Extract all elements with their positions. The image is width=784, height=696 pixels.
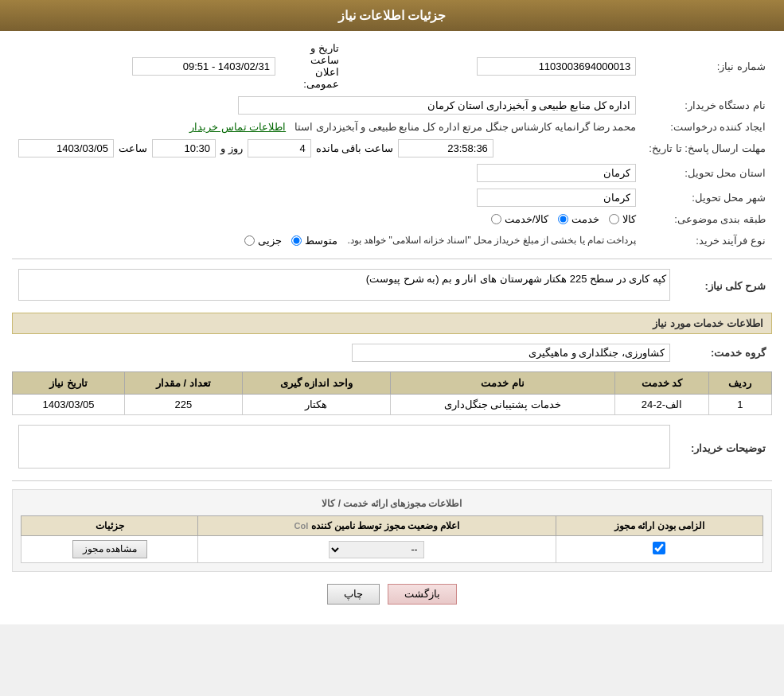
col-nam: نام خدمت bbox=[390, 372, 614, 395]
perm-col-elzami: الزامی بودن ارائه مجوز bbox=[556, 516, 763, 536]
ijad-link[interactable]: اطلاعات تماس خریدار bbox=[189, 121, 286, 133]
perm-row: -- مشاهده مجوز bbox=[21, 536, 763, 563]
tosihaat-textarea[interactable] bbox=[18, 425, 670, 469]
info-table: شماره نیاز: تاریخ و ساعت اعلان عمومی: نا… bbox=[12, 39, 772, 252]
mohlat-saat-input[interactable] bbox=[152, 139, 216, 157]
shomare-value bbox=[345, 39, 642, 93]
shomare-label: شماره نیاز: bbox=[642, 39, 772, 93]
cell-tarikh: 1403/03/05 bbox=[13, 395, 125, 415]
col-label: Col bbox=[294, 521, 309, 531]
shahr-input[interactable] bbox=[477, 189, 636, 207]
farayand-jozi-radio[interactable] bbox=[244, 235, 255, 246]
tarikh-label: تاریخ و ساعت اعلان عمومی: bbox=[282, 39, 345, 93]
saat-label: ساعت bbox=[119, 142, 147, 154]
cell-tedad: 225 bbox=[125, 395, 243, 415]
sharh-value: کپه کاری در سطح 225 هکتار شهرستان های ان… bbox=[12, 266, 677, 306]
dastgah-value bbox=[12, 93, 642, 118]
tabaghe-label: طبقه بندی موضوعی: bbox=[642, 210, 772, 228]
col-tedad: تعداد / مقدار bbox=[125, 372, 243, 395]
permissions-table: الزامی بودن ارائه مجوز اعلام وضعیت مجوز … bbox=[21, 515, 763, 563]
perm-cell-elam: -- bbox=[198, 536, 556, 563]
row-tosihaat: توضیحات خریدار: bbox=[12, 422, 772, 474]
table-header-row: ردیف کد خدمت نام خدمت واحد اندازه گیری ت… bbox=[13, 372, 772, 395]
perm-col-elam: اعلام وضعیت مجوز توسط نامین کننده Col bbox=[198, 516, 556, 536]
row-ijad: ایجاد کننده درخواست: محمد رضا گرانمایه ک… bbox=[12, 118, 772, 136]
tabaghe-kala-khedmat-radio[interactable] bbox=[491, 214, 501, 224]
khedmat-section-title: اطلاعات خدمات مورد نیاز bbox=[12, 313, 772, 334]
bottom-buttons: بازگشت چاپ bbox=[12, 572, 772, 616]
tabaghe-options: کالا خدمت کالا/خدمت bbox=[12, 210, 642, 228]
farayand-jozi-option[interactable]: جزیی bbox=[244, 235, 282, 247]
print-button[interactable]: چاپ bbox=[327, 584, 380, 605]
perm-cell-joziyat: مشاهده مجوز bbox=[21, 536, 198, 563]
perm-header-row: الزامی بودن ارائه مجوز اعلام وضعیت مجوز … bbox=[21, 516, 763, 536]
back-button[interactable]: بازگشت bbox=[388, 584, 457, 605]
rooz-label: روز و bbox=[220, 142, 243, 154]
tabaghe-kala-option[interactable]: کالا bbox=[609, 213, 636, 225]
baqi-label: ساعت باقی مانده bbox=[316, 142, 393, 154]
col-kod: کد خدمت bbox=[614, 372, 708, 395]
ostan-input[interactable] bbox=[477, 164, 636, 182]
tabaghe-kala-khedmat-label: کالا/خدمت bbox=[505, 213, 549, 225]
view-button[interactable]: مشاهده مجوز bbox=[72, 540, 147, 558]
permissions-section: اطلاعات مجوزهای ارائه خدمت / کالا الزامی… bbox=[12, 489, 772, 572]
grohe-input[interactable] bbox=[352, 344, 670, 362]
row-grohe: گروه خدمت: bbox=[12, 340, 772, 365]
farayand-motavaset-label: متوسط bbox=[305, 235, 337, 247]
cell-kod: الف-2-24 bbox=[614, 395, 708, 415]
tosihaat-value bbox=[12, 422, 677, 474]
dastgah-label: نام دستگاه خریدار: bbox=[642, 93, 772, 118]
col-tarikh: تاریخ نیاز bbox=[13, 372, 125, 395]
farayand-jozi-label: جزیی bbox=[258, 235, 282, 247]
grohe-label: گروه خدمت: bbox=[677, 340, 772, 365]
sharh-textarea[interactable]: کپه کاری در سطح 225 هکتار شهرستان های ان… bbox=[18, 269, 670, 301]
elzami-checkbox[interactable] bbox=[653, 542, 665, 554]
row-tabaghe: طبقه بندی موضوعی: کالا خدمت bbox=[12, 210, 772, 228]
row-farayand: نوع فرآیند خرید: پرداخت تمام یا بخشی از … bbox=[12, 228, 772, 252]
sharh-table: شرح کلی نیاز: کپه کاری در سطح 225 هکتار … bbox=[12, 266, 772, 306]
row-shomare: شماره نیاز: تاریخ و ساعت اعلان عمومی: bbox=[12, 39, 772, 93]
tosihaat-table: توضیحات خریدار: bbox=[12, 422, 772, 474]
mohlat-rooz-input[interactable] bbox=[248, 139, 311, 157]
farayand-note: پرداخت تمام یا بخشی از مبلغ خریداز محل "… bbox=[347, 235, 636, 246]
ijad-value: محمد رضا گرانمایه کارشناس جنگل مرتع ادار… bbox=[12, 118, 642, 136]
farayand-motavaset-option[interactable]: متوسط bbox=[291, 235, 337, 247]
mohlat-baqi-input[interactable] bbox=[398, 139, 493, 157]
tosihaat-label: توضیحات خریدار: bbox=[677, 422, 772, 474]
grohe-value bbox=[12, 340, 677, 365]
tabaghe-khedmat-label: خدمت bbox=[571, 213, 599, 225]
main-content: شماره نیاز: تاریخ و ساعت اعلان عمومی: نا… bbox=[0, 31, 784, 624]
tabaghe-kala-radio[interactable] bbox=[609, 214, 619, 224]
perm-cell-elzami bbox=[556, 536, 763, 563]
mohlat-value: ساعت باقی مانده روز و ساعت bbox=[12, 136, 642, 161]
shahr-label: شهر محل تحویل: bbox=[642, 185, 772, 210]
farayand-motavaset-radio[interactable] bbox=[291, 235, 302, 246]
divider-1 bbox=[12, 259, 772, 259]
ijad-label: ایجاد کننده درخواست: bbox=[642, 118, 772, 136]
col-radif: ردیف bbox=[708, 372, 771, 395]
header-title: جزئیات اطلاعات نیاز bbox=[338, 9, 447, 22]
tabaghe-kala-khedmat-option[interactable]: کالا/خدمت bbox=[491, 213, 549, 225]
tabaghe-kala-label: کالا bbox=[622, 213, 636, 225]
farayand-options: پرداخت تمام یا بخشی از مبلغ خریداز محل "… bbox=[12, 228, 642, 252]
cell-vahed: هکتار bbox=[242, 395, 390, 415]
dastgah-input[interactable] bbox=[238, 96, 636, 115]
shomare-input[interactable] bbox=[477, 57, 636, 76]
mohlat-label: مهلت ارسال پاسخ: تا تاریخ: bbox=[642, 136, 772, 161]
divider-2 bbox=[12, 480, 772, 481]
grohe-table: گروه خدمت: bbox=[12, 340, 772, 365]
cell-radif: 1 bbox=[708, 395, 771, 415]
tarikh-input[interactable] bbox=[132, 57, 275, 76]
col-vahed: واحد اندازه گیری bbox=[242, 372, 390, 395]
tabaghe-khedmat-option[interactable]: خدمت bbox=[558, 213, 599, 225]
permissions-title: اطلاعات مجوزهای ارائه خدمت / کالا bbox=[21, 498, 763, 509]
shahr-value bbox=[12, 185, 642, 210]
ijad-text: محمد رضا گرانمایه کارشناس جنگل مرتع ادار… bbox=[294, 121, 636, 133]
elam-select[interactable]: -- bbox=[329, 541, 424, 558]
row-dastgah: نام دستگاه خریدار: bbox=[12, 93, 772, 118]
tarikh-value bbox=[12, 39, 282, 93]
ostan-value bbox=[12, 161, 642, 185]
farayand-label: نوع فرآیند خرید: bbox=[642, 228, 772, 252]
tabaghe-khedmat-radio[interactable] bbox=[558, 214, 568, 224]
mohlat-date-input[interactable] bbox=[18, 139, 114, 157]
